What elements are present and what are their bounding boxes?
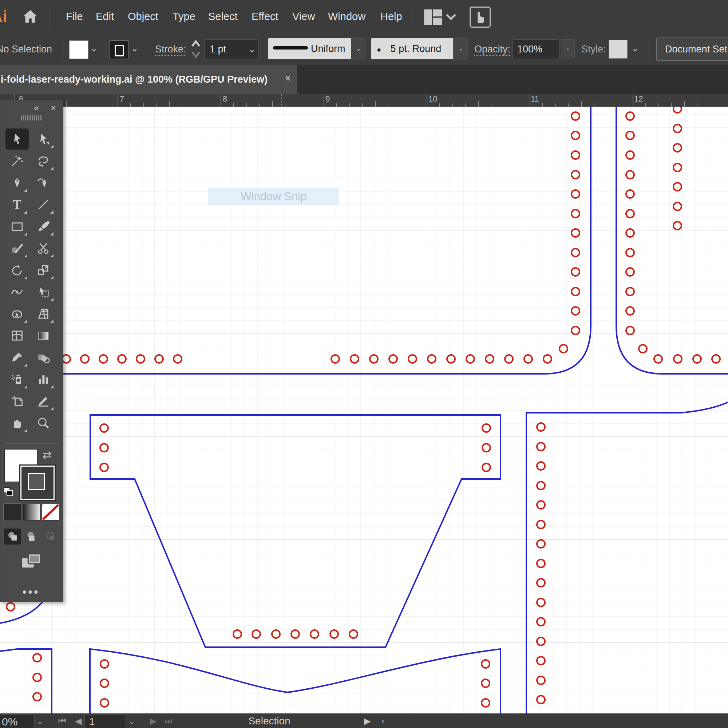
rivet-hole[interactable] — [572, 249, 580, 257]
stroke-weight-stepper[interactable] — [189, 39, 202, 59]
fill-color-swatch[interactable] — [69, 40, 89, 59]
stroke-profile-chevron[interactable]: ⌄ — [351, 38, 366, 60]
opacity-expand-arrow[interactable]: › — [561, 39, 575, 59]
rivet-hole[interactable] — [572, 151, 580, 159]
rivet-hole[interactable] — [537, 540, 545, 548]
opacity-label[interactable]: Opacity: — [474, 33, 510, 65]
none-swatch-button[interactable] — [42, 504, 59, 520]
rivet-hole[interactable] — [447, 355, 455, 363]
rivet-hole[interactable] — [524, 355, 532, 363]
rivet-hole[interactable] — [673, 222, 681, 230]
rivet-hole[interactable] — [537, 676, 545, 684]
rivet-hole[interactable] — [233, 630, 241, 638]
rivet-hole[interactable] — [99, 355, 107, 363]
brush-definition-dropdown[interactable]: ● 5 pt. Round — [371, 38, 453, 59]
rivet-hole[interactable] — [428, 355, 436, 363]
rivet-hole[interactable] — [626, 190, 634, 198]
mesh-tool[interactable] — [5, 325, 29, 346]
rivet-hole[interactable] — [712, 355, 720, 363]
first-artboard-icon[interactable]: ⏮ — [58, 714, 66, 728]
rivet-hole[interactable] — [572, 132, 580, 139]
paintbrush-tool[interactable] — [32, 216, 55, 237]
rivet-hole[interactable] — [482, 660, 489, 668]
rivet-hole[interactable] — [626, 171, 634, 179]
rivet-hole[interactable] — [100, 424, 108, 432]
draw-behind-mode-icon[interactable] — [22, 529, 39, 544]
eyedropper-tool[interactable] — [5, 347, 29, 368]
edit-toolbar-ellipsis-icon[interactable]: ••• — [22, 585, 40, 599]
rivet-hole[interactable] — [272, 630, 280, 638]
rivet-hole[interactable] — [537, 696, 545, 704]
rivet-hole[interactable] — [155, 355, 163, 363]
cut-path[interactable] — [90, 649, 500, 713]
rivet-hole[interactable] — [174, 355, 182, 363]
rivet-hole[interactable] — [101, 679, 109, 687]
rivet-hole[interactable] — [537, 443, 545, 451]
scissors-tool[interactable] — [32, 238, 55, 259]
rivet-hole[interactable] — [6, 603, 15, 611]
rivet-hole[interactable] — [482, 679, 489, 687]
hand-tool[interactable] — [5, 412, 29, 434]
cut-path[interactable] — [90, 415, 500, 647]
zoom-tool[interactable] — [32, 412, 55, 434]
style-swatch[interactable] — [609, 40, 627, 59]
rivet-hole[interactable] — [537, 598, 545, 606]
rivet-hole[interactable] — [673, 107, 681, 113]
rivet-hole[interactable] — [654, 355, 662, 363]
selection-tool[interactable] — [5, 128, 29, 150]
column-graph-tool[interactable] — [32, 369, 55, 390]
rivet-hole[interactable] — [626, 327, 634, 335]
prev-artboard-icon[interactable]: ◀ — [75, 714, 81, 728]
document-tab[interactable]: i-fold-laser-ready-working.ai @ 100% (RG… — [0, 65, 297, 94]
artboard-number-field[interactable]: 1 — [84, 714, 125, 728]
rivet-hole[interactable] — [81, 355, 89, 363]
rivet-hole[interactable] — [482, 463, 490, 471]
rivet-hole[interactable] — [626, 210, 634, 218]
shaper-tool[interactable] — [5, 238, 29, 259]
rivet-hole[interactable] — [537, 462, 545, 470]
stroke-color-indicator[interactable] — [20, 466, 55, 500]
home-icon[interactable] — [22, 8, 38, 25]
rivet-hole[interactable] — [62, 355, 70, 363]
document-setup-button[interactable]: Document Setup — [656, 37, 728, 61]
rivet-hole[interactable] — [537, 637, 545, 645]
rivet-hole[interactable] — [537, 482, 545, 489]
rivet-hole[interactable] — [543, 355, 551, 363]
menu-item-effect[interactable]: Effect — [252, 0, 278, 33]
rivet-hole[interactable] — [626, 229, 634, 237]
rivet-hole[interactable] — [486, 355, 494, 363]
menu-item-window[interactable]: Window — [328, 0, 366, 33]
rivet-hole[interactable] — [331, 355, 339, 363]
rivet-hole[interactable] — [537, 657, 545, 665]
rivet-hole[interactable] — [33, 654, 41, 662]
rivet-hole[interactable] — [639, 345, 647, 353]
touch-workspace-icon[interactable] — [470, 6, 491, 28]
stroke-color-swatch[interactable] — [110, 40, 128, 59]
symbol-sprayer-tool[interactable] — [5, 369, 29, 390]
rivet-hole[interactable] — [626, 151, 634, 159]
rivet-hole[interactable] — [291, 630, 299, 638]
rivet-hole[interactable] — [572, 190, 580, 198]
rivet-hole[interactable] — [673, 202, 681, 210]
rivet-hole[interactable] — [572, 288, 580, 295]
panel-close-icon[interactable]: × — [50, 102, 56, 113]
rivet-hole[interactable] — [674, 355, 682, 363]
pen-tool[interactable] — [5, 172, 29, 193]
rivet-hole[interactable] — [572, 268, 580, 276]
line-segment-tool[interactable] — [32, 194, 55, 215]
opacity-field[interactable]: 100% — [512, 39, 560, 59]
direct-selection-tool[interactable] — [32, 128, 55, 150]
rivet-hole[interactable] — [482, 444, 490, 452]
stroke-weight-field[interactable]: 1 pt ⌄ — [204, 39, 259, 59]
rivet-hole[interactable] — [626, 288, 634, 295]
gradient-swatch-button[interactable] — [23, 504, 40, 520]
zoom-level-field[interactable]: 0% — [0, 714, 35, 728]
draw-normal-mode-icon[interactable] — [4, 529, 21, 544]
rivet-hole[interactable] — [100, 444, 108, 452]
stroke-chevron-icon[interactable]: ⌄ — [131, 43, 138, 54]
rivet-hole[interactable] — [673, 183, 681, 191]
rivet-hole[interactable] — [136, 355, 145, 363]
rivet-hole[interactable] — [572, 229, 580, 237]
menu-item-view[interactable]: View — [292, 0, 315, 33]
menu-item-help[interactable]: Help — [380, 0, 402, 33]
